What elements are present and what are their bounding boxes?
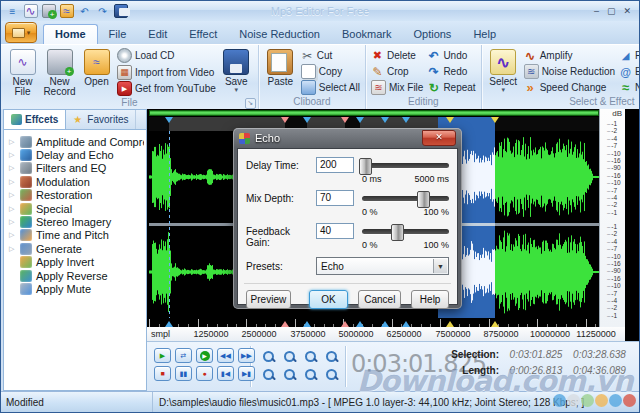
select-button[interactable]: Select▾	[485, 47, 522, 96]
mix-depth-slider[interactable]: 0 %100 %	[362, 190, 449, 218]
blue-marker-icon[interactable]	[165, 117, 173, 123]
loop-button[interactable]: ⇄	[175, 348, 192, 363]
tree-item-modulation[interactable]: ▷Modulation	[6, 175, 144, 188]
expander-icon[interactable]: ▷	[9, 218, 16, 226]
feedback-gain-input[interactable]: 40	[316, 223, 354, 239]
menu-button[interactable]: ≡	[5, 4, 20, 18]
pause-button[interactable]: ▮▮	[175, 366, 192, 381]
fast-forward-button[interactable]: ▶▶	[238, 348, 255, 363]
zoom-all-button[interactable]	[323, 349, 341, 365]
tree-item-special[interactable]: ▷Special	[6, 202, 144, 215]
preview-button[interactable]: Preview	[246, 290, 291, 309]
tab-home[interactable]: Home	[43, 24, 98, 44]
expander-icon[interactable]: ▷	[9, 205, 16, 213]
import-from-video-button[interactable]: Import from Video	[117, 65, 216, 80]
new-file-button[interactable]: New File	[4, 47, 41, 97]
delay-time-slider[interactable]: 0 ms5000 ms	[362, 157, 449, 185]
tab-file[interactable]: File	[98, 25, 138, 44]
expander-icon[interactable]: ▷	[9, 138, 16, 146]
tree-item-time-and-pitch[interactable]: ▷Time and Pitch	[6, 229, 144, 242]
ok-button[interactable]: OK	[309, 290, 348, 309]
record-button[interactable]: ●	[196, 366, 213, 381]
crop-button[interactable]: Crop	[371, 64, 423, 79]
tree-item-generate[interactable]: ▷Generate	[6, 242, 144, 255]
close-button[interactable]: ✕	[623, 6, 631, 16]
expander-icon[interactable]: ▷	[9, 245, 16, 253]
dialog-close-button[interactable]: ✕	[422, 130, 456, 146]
application-menu-button[interactable]: ▾	[5, 22, 37, 43]
cut-button[interactable]: Cut	[301, 48, 360, 63]
open-button[interactable]: Open	[78, 47, 115, 97]
tree-item-stereo-imagery[interactable]: ▷Stereo Imagery	[6, 215, 144, 228]
tree-item-restoration[interactable]: ▷Restoration	[6, 189, 144, 202]
stop-button[interactable]: ■	[154, 366, 171, 381]
tab-noise-reduction[interactable]: Noise Reduction	[228, 25, 331, 44]
expander-icon[interactable]: ▷	[9, 151, 16, 159]
zoom-out-button[interactable]	[281, 349, 299, 365]
minimize-button[interactable]: –	[594, 6, 599, 16]
slider-thumb[interactable]	[391, 224, 404, 241]
new-record-button[interactable]	[41, 4, 56, 18]
slider-thumb[interactable]	[359, 158, 372, 175]
expander-icon[interactable]: ▷	[9, 178, 16, 186]
tree-item-apply-reverse[interactable]: Apply Reverse	[6, 269, 144, 282]
tab-edit[interactable]: Edit	[137, 25, 178, 44]
tab-options[interactable]: Options	[402, 25, 462, 44]
overview-bar[interactable]	[149, 110, 599, 116]
noise-reduction-button[interactable]: Noise Reduction	[524, 64, 615, 79]
echo-button[interactable]: Echo	[619, 64, 640, 79]
zoom-in-button[interactable]	[260, 349, 278, 365]
delete-button[interactable]: Delete	[371, 48, 423, 63]
zoom-reset-button[interactable]	[323, 367, 341, 383]
zoom-vertical-out-button[interactable]	[281, 367, 299, 383]
tree-item-amplitude-and-compression[interactable]: ▷Amplitude and Compression	[6, 135, 144, 148]
expander-icon[interactable]: ▷	[9, 164, 16, 172]
tree-item-delay-and-echo[interactable]: ▷Delay and Echo	[6, 148, 144, 161]
save-button[interactable]: Save▾	[218, 47, 255, 97]
speed-change-button[interactable]: Speed Change	[524, 80, 615, 95]
presets-dropdown[interactable]: Echo ▼	[316, 257, 449, 275]
blue-marker-icon[interactable]	[402, 117, 410, 123]
tree-item-apply-invert[interactable]: Apply Invert	[6, 256, 144, 269]
cancel-button[interactable]: Cancel	[358, 290, 401, 309]
maximize-button[interactable]: ▢	[607, 6, 616, 16]
tab-effect[interactable]: Effect	[178, 25, 228, 44]
go-to-end-button[interactable]: ▶▮	[238, 366, 255, 381]
redo-button[interactable]: Redo	[427, 64, 475, 79]
go-to-start-button[interactable]: ▮◀	[217, 366, 234, 381]
copy-button[interactable]: Copy	[301, 64, 360, 79]
save-button[interactable]	[113, 4, 128, 18]
open-button[interactable]	[59, 4, 74, 18]
tree-item-filters-and-eq[interactable]: ▷Filters and EQ	[6, 162, 144, 175]
help-button[interactable]: Help	[411, 290, 449, 309]
mix-file-button[interactable]: Mix File	[371, 80, 423, 95]
rewind-button[interactable]: ◀◀	[217, 348, 234, 363]
blue-marker-icon[interactable]	[381, 117, 389, 123]
timeline-ruler-ticks[interactable]	[149, 318, 599, 327]
normalize-button[interactable]: Normalize	[619, 80, 640, 95]
dialog-launcher-icon[interactable]: ↘	[245, 98, 256, 109]
slider-thumb[interactable]	[417, 191, 430, 208]
panel-tab-favorites[interactable]: Favorites	[66, 110, 136, 129]
dialog-title-bar[interactable]: Echo ✕	[233, 128, 462, 148]
undo-button[interactable]: ↶	[77, 4, 92, 18]
fade-button[interactable]: Fade	[619, 48, 640, 63]
yellow-marker-icon[interactable]	[446, 117, 454, 123]
paste-button[interactable]: Paste	[262, 47, 299, 96]
undo-button[interactable]: Undo	[427, 48, 475, 63]
delay-time-input[interactable]: 200	[316, 157, 354, 173]
select-all-button[interactable]: Select All	[301, 80, 360, 95]
zoom-level-button[interactable]	[302, 367, 320, 383]
play-all-button[interactable]: ▶	[196, 348, 213, 363]
amplify-button[interactable]: Amplify	[524, 48, 615, 63]
repeat-button[interactable]: Repeat	[427, 80, 475, 95]
load-cd-button[interactable]: Load CD	[117, 48, 216, 63]
play-button[interactable]: ▶	[154, 348, 171, 363]
mix-depth-input[interactable]: 70	[316, 190, 354, 206]
expander-icon[interactable]: ▷	[9, 191, 16, 199]
pink-marker-icon[interactable]	[341, 117, 349, 123]
blue-marker-icon[interactable]	[356, 117, 364, 123]
yellow-marker-icon[interactable]	[491, 117, 499, 123]
feedback-gain-slider[interactable]: 0 %100 %	[362, 223, 449, 251]
tab-help[interactable]: Help	[462, 25, 507, 44]
